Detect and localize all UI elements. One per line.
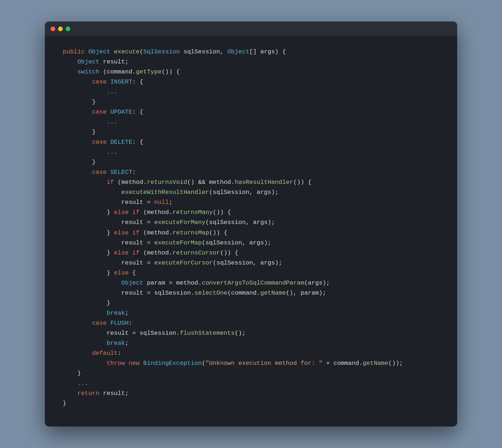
code-line-26: } [63,298,439,308]
code-line-13: case SELECT: [63,167,439,177]
code-line-16: result = null; [63,197,439,208]
code-line-25: result = sqlSession.selectOne(command.ge… [63,288,439,298]
code-line-2: Object result; [63,57,439,67]
code-line-32: throw new BindingException("Unknown exec… [63,358,439,368]
code-line-29: result = sqlSession.flushStatements(); [63,328,439,338]
code-line-18: result = executeForMany(sqlSession, args… [63,218,439,228]
code-line-21: } else if (method.returnsCursor()) { [63,248,439,258]
code-line-11: ... [63,147,439,157]
code-line-19: } else if (method.returnsMap()) { [63,228,439,238]
code-line-7: case UPDATE: { [63,107,439,117]
titlebar [45,22,457,36]
code-line-31: default: [63,348,439,358]
code-line-27: break; [63,308,439,318]
code-line-23: } else { [63,268,439,278]
code-line-28: case FLUSH: [63,318,439,328]
code-line-10: case DELETE: { [63,137,439,147]
code-line-1: public Object execute(SqlSession sqlSess… [63,47,439,57]
code-line-34: ... [63,378,439,389]
code-line-22: result = executeForCursor(sqlSession, ar… [63,258,439,268]
code-line-15: executeWithResultHandler(sqlSession, arg… [63,187,439,197]
code-line-33: } [63,368,439,378]
minimize-button[interactable] [58,27,63,31]
code-line-5: ... [63,87,439,97]
code-line-17: } else if (method.returnsMany()) { [63,208,439,218]
code-line-6: } [63,97,439,107]
code-line-4: case INSERT: { [63,77,439,87]
code-line-14: if (method.returnsVoid() && method.hasRe… [63,177,439,187]
code-line-3: switch (command.getType()) { [63,67,439,77]
code-editor: public Object execute(SqlSession sqlSess… [45,36,457,427]
code-line-20: result = executeForMap(sqlSession, args)… [63,238,439,248]
code-window: public Object execute(SqlSession sqlSess… [45,22,457,427]
code-line-8: ... [63,117,439,127]
code-line-30: break; [63,338,439,348]
close-button[interactable] [51,27,55,31]
maximize-button[interactable] [66,27,70,31]
code-line-12: } [63,157,439,167]
code-line-9: } [63,127,439,137]
code-line-24: Object param = method.convertArgsToSqlCo… [63,278,439,288]
code-line-36: } [63,399,439,409]
code-line-35: return result; [63,389,439,399]
